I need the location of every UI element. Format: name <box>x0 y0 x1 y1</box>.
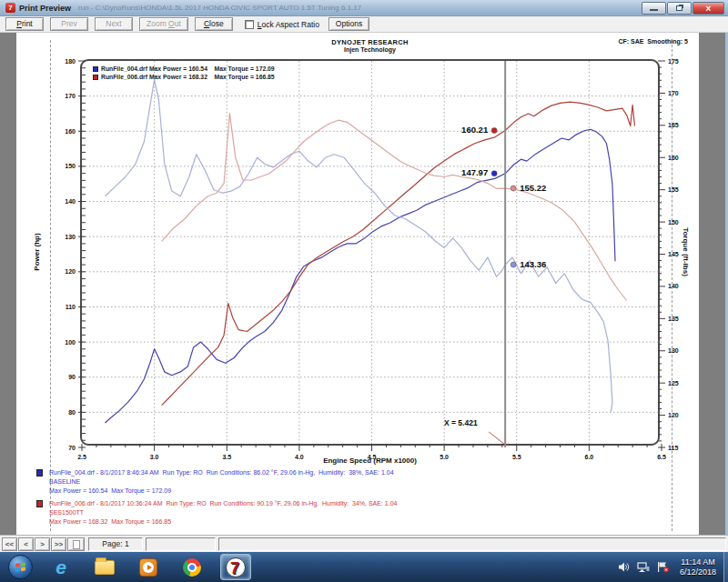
svg-text:135: 135 <box>668 316 679 322</box>
svg-text:110: 110 <box>66 304 76 310</box>
svg-text:160: 160 <box>65 128 76 135</box>
close-preview-button[interactable]: Close <box>195 17 233 31</box>
restore-button[interactable] <box>667 2 692 15</box>
svg-text:170: 170 <box>668 90 679 96</box>
lock-aspect-ratio-checkbox[interactable] <box>245 20 254 29</box>
volume-icon[interactable] <box>618 561 630 573</box>
taskbar-item-internet-explorer[interactable]: e <box>46 554 76 580</box>
svg-text:3.5: 3.5 <box>222 454 231 460</box>
previous-page-button[interactable]: < <box>18 537 34 551</box>
run-info-block: RunFile_004.drf - 8/1/2017 8:46:34 AM Ru… <box>36 468 397 530</box>
start-button[interactable] <box>8 555 33 579</box>
run-max-values: Max Power = 168.32 Max Torque = 166.85 <box>49 517 397 527</box>
svg-text:80: 80 <box>68 409 76 416</box>
window-title: Print Preview <box>19 4 71 13</box>
zoom-out-button[interactable]: Zoom Out <box>139 17 188 31</box>
page-number-label: Page: 1 <box>102 539 128 548</box>
svg-text:120: 120 <box>668 412 679 418</box>
next-page-button[interactable]: Next <box>95 17 133 31</box>
winpep-icon: 7 <box>226 557 246 577</box>
page-navigation-bar: << < > >> Page: 1 <box>0 535 728 552</box>
chart-title: DYNOJET RESEARCH <box>80 38 660 46</box>
page-setup-button[interactable] <box>67 537 85 551</box>
preview-workspace: DYNOJET RESEARCH Injen Technology CF: SA… <box>0 33 728 535</box>
svg-text:165: 165 <box>668 122 679 128</box>
page-number-panel: Page: 1 <box>88 537 143 551</box>
status-panel <box>218 537 726 551</box>
cursor-value-label: 155.22 <box>520 183 546 193</box>
svg-text:145: 145 <box>668 251 679 257</box>
svg-text:6.5: 6.5 <box>657 454 666 460</box>
legend-text: RunFile_006.drf Max Power = 168.32 Max T… <box>101 74 275 80</box>
svg-text:180: 180 <box>65 58 76 65</box>
svg-text:140: 140 <box>668 283 679 289</box>
lock-aspect-ratio-label: Lock Aspect Ratio <box>258 20 319 29</box>
legend-swatch-blue <box>93 66 98 72</box>
page-icon <box>73 540 80 549</box>
taskbar-item-file-explorer[interactable] <box>89 554 120 580</box>
run-details: RunFile_004.drf - 8/1/2017 8:46:34 AM Ru… <box>49 468 397 477</box>
chart-subtitle: Injen Technology <box>80 46 660 53</box>
taskbar-clock[interactable]: 11:14 AM 6/12/2018 <box>680 557 716 577</box>
svg-text:150: 150 <box>65 163 76 169</box>
svg-text:160: 160 <box>668 155 679 161</box>
svg-text:4.5: 4.5 <box>368 454 377 460</box>
svg-text:5.5: 5.5 <box>512 454 521 460</box>
svg-text:100: 100 <box>65 339 76 346</box>
minimize-button[interactable] <box>642 2 666 15</box>
svg-text:150: 150 <box>668 219 679 226</box>
svg-text:140: 140 <box>65 198 76 205</box>
run-name: BASELINE <box>49 477 397 487</box>
clock-time: 11:14 AM <box>680 557 716 567</box>
cursor-value-label: 143.36 <box>520 259 546 269</box>
svg-text:4.0: 4.0 <box>295 454 304 460</box>
cursor-value-label: 147.97 <box>461 167 488 177</box>
correction-smoothing-note: CF: SAE Smoothing: 5 <box>618 38 688 45</box>
run-info-baseline: RunFile_004.drf - 8/1/2017 8:46:34 AM Ru… <box>36 468 397 496</box>
restore-icon <box>676 5 682 11</box>
taskbar-item-chrome[interactable] <box>177 554 207 580</box>
show-desktop-button[interactable] <box>723 552 728 582</box>
last-page-button[interactable]: >> <box>51 537 66 551</box>
print-button[interactable]: Print <box>5 17 44 31</box>
dyno-chart: 1801701601501401301201101009080701751701… <box>80 59 660 446</box>
folder-icon <box>95 560 115 575</box>
chrome-icon <box>183 558 201 577</box>
print-margin-left <box>50 40 51 531</box>
svg-text:170: 170 <box>65 93 76 99</box>
svg-text:90: 90 <box>68 374 76 380</box>
minimize-icon <box>650 9 658 11</box>
clock-date: 6/12/2018 <box>680 567 716 577</box>
run-swatch-blue <box>36 469 43 477</box>
svg-text:115: 115 <box>668 445 678 451</box>
power-axis-label: Power (hp) <box>33 233 41 270</box>
run-details: RunFile_006.drf - 8/1/2017 10:36:24 AM R… <box>49 499 397 508</box>
chart-legend: RunFile_004.drf Max Power = 160.54 Max T… <box>93 65 275 81</box>
legend-entry-baseline: RunFile_004.drf Max Power = 160.54 Max T… <box>93 65 275 73</box>
chart-header: DYNOJET RESEARCH Injen Technology <box>80 38 660 53</box>
prev-page-button[interactable]: Prev <box>50 17 88 31</box>
taskbar-item-media-player[interactable] <box>133 554 164 580</box>
run-info-ses1500tt: RunFile_006.drf - 8/1/2017 10:36:24 AM R… <box>36 499 397 527</box>
media-player-icon <box>139 558 157 577</box>
windows-logo-icon <box>15 562 26 572</box>
network-icon[interactable] <box>636 561 650 573</box>
torque-axis-label: Torque (ft-lbs) <box>682 227 690 276</box>
first-page-button[interactable]: << <box>2 537 17 551</box>
close-icon: × <box>706 4 712 14</box>
print-page: DYNOJET RESEARCH Injen Technology CF: SA… <box>16 33 699 535</box>
action-center-flag-icon[interactable] <box>656 561 670 573</box>
legend-swatch-red <box>93 75 98 80</box>
window-titlebar: 7 Print Preview run - C:\DynoRuns\HONDA\… <box>0 0 728 16</box>
window-title-path: run - C:\DynoRuns\HONDA\1.5L 2017 HONDA … <box>78 4 361 12</box>
taskbar-item-winpep-active[interactable]: 7 <box>220 554 251 580</box>
status-panel <box>146 537 216 551</box>
svg-text:5.0: 5.0 <box>440 454 449 460</box>
options-button[interactable]: Options <box>329 17 369 31</box>
run-max-values: Max Power = 160.54 Max Torque = 172.09 <box>49 487 397 496</box>
next-page-button[interactable]: > <box>35 537 50 551</box>
desktop: 7 Print Preview run - C:\DynoRuns\HONDA\… <box>0 0 728 582</box>
taskbar: e 7 11:1 <box>0 552 728 582</box>
run-swatch-red <box>36 500 43 507</box>
close-window-button[interactable]: × <box>693 2 724 15</box>
